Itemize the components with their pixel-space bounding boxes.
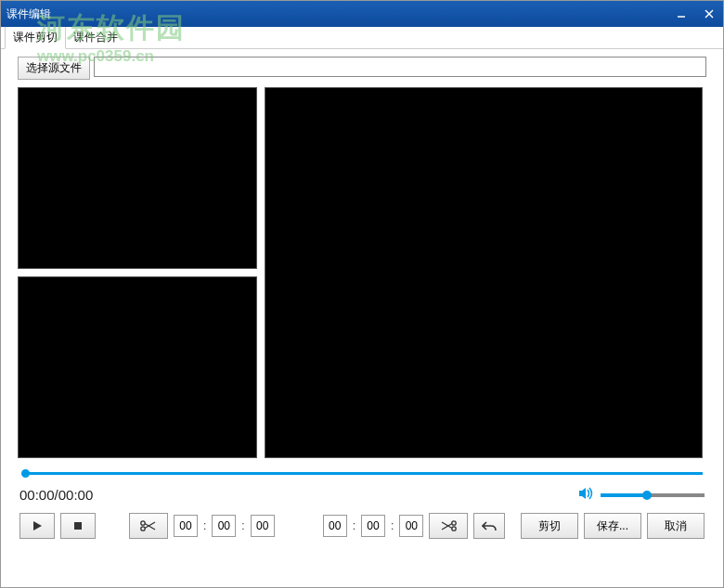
start-hh-input[interactable] [174,515,198,537]
tab-merge[interactable]: 课件合并 [66,27,125,48]
undo-button[interactable] [473,513,505,539]
set-start-button[interactable] [129,513,168,539]
start-ss-input[interactable] [251,515,275,537]
timeline-track [25,472,703,475]
svg-line-11 [442,522,452,529]
play-icon [32,520,43,531]
cancel-button[interactable]: 取消 [647,513,705,539]
timeline[interactable] [19,467,705,480]
undo-icon [482,520,497,531]
tabs: 课件剪切 课件合并 [1,29,723,49]
set-end-button[interactable] [429,513,468,539]
stop-icon [72,520,84,531]
timeline-thumb[interactable] [21,469,30,478]
svg-point-5 [141,527,145,530]
preview-panel-main [265,87,703,458]
minimize-button[interactable] [667,1,695,27]
save-button[interactable]: 保存... [584,513,641,539]
scissor-end-icon [439,519,458,532]
preview-area [18,87,706,458]
preview-panel-top [18,87,257,269]
time-separator: : [353,519,356,532]
volume-icon[interactable] [578,486,595,504]
end-ss-input[interactable] [399,515,423,537]
scissor-start-icon [139,519,158,532]
cut-button[interactable]: 剪切 [521,513,578,539]
controls-row: : : : : 剪切 保存... 取消 [18,513,706,539]
volume-thumb[interactable] [642,491,652,500]
play-button[interactable] [19,513,55,539]
window: 课件编辑 课件剪切 课件合并 选择源文件 [0,0,724,588]
content-area: 选择源文件 00:00/00:00 [1,49,723,548]
time-separator: : [203,519,206,532]
select-source-button[interactable]: 选择源文件 [18,57,90,80]
volume-fill [601,493,647,497]
end-hh-input[interactable] [323,515,347,537]
time-separator: : [241,519,244,532]
preview-panel-bottom [18,276,257,458]
svg-line-7 [145,522,155,529]
tab-cut[interactable]: 课件剪切 [5,26,66,49]
volume-slider[interactable] [601,493,705,497]
svg-point-4 [141,521,145,525]
time-display: 00:00/00:00 [19,487,93,503]
titlebar: 课件编辑 [1,1,723,27]
svg-rect-3 [74,522,82,530]
end-mm-input[interactable] [361,515,385,537]
close-button[interactable] [695,1,723,27]
source-path-input[interactable] [94,57,706,77]
window-controls [667,1,723,27]
file-row: 选择源文件 [18,57,706,80]
left-preview-column [18,87,257,458]
svg-line-10 [442,524,452,530]
volume-area [578,486,705,504]
svg-point-8 [452,521,456,525]
start-mm-input[interactable] [212,515,236,537]
time-row: 00:00/00:00 [18,486,706,504]
svg-line-6 [145,524,155,530]
stop-button[interactable] [60,513,96,539]
window-title: 课件编辑 [6,6,51,22]
svg-point-9 [452,527,456,530]
time-separator: : [391,519,394,532]
